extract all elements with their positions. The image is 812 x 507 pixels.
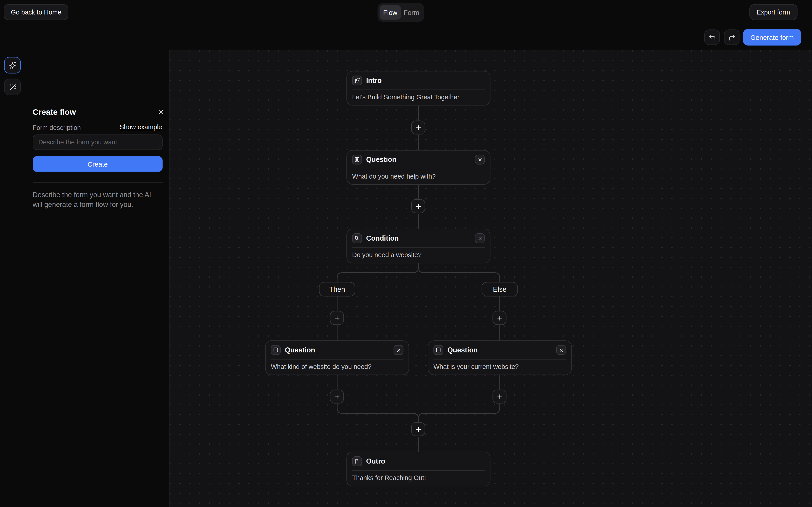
add-node-button[interactable] (493, 311, 507, 325)
form-flow-builder: Go back to Home Flow Form Export form Ge… (0, 0, 812, 507)
node-body-text: What is your current website? (428, 360, 571, 371)
delete-node-button[interactable] (556, 345, 566, 355)
panel-title: Create flow (33, 108, 76, 117)
undo-icon (708, 33, 716, 41)
plus-icon (333, 315, 341, 322)
undo-button[interactable] (704, 30, 720, 45)
close-icon (477, 236, 483, 241)
add-node-button[interactable] (330, 390, 344, 404)
toolbar: Generate form (0, 24, 812, 50)
plus-icon (415, 203, 422, 210)
add-node-button[interactable] (493, 390, 507, 404)
plus-icon (415, 124, 422, 131)
add-node-button[interactable] (330, 311, 344, 325)
node-body-text: Thanks for Reaching Out! (347, 471, 490, 482)
add-node-button[interactable] (411, 422, 425, 436)
add-node-button[interactable] (411, 199, 425, 213)
node-title: Question (285, 346, 390, 354)
flow-node-question-2[interactable]: Question What kind of website do you nee… (265, 340, 409, 375)
close-icon (157, 108, 165, 115)
node-body-text: What do you need help with? (347, 169, 490, 180)
node-title: Question (448, 346, 552, 354)
plus-icon (496, 393, 503, 400)
node-title: Intro (366, 76, 485, 84)
panel-helper-text: Describe the form you want and the AI wi… (33, 190, 163, 210)
tab-flow[interactable]: Flow (379, 5, 401, 20)
form-question-icon (352, 155, 362, 164)
close-icon (477, 157, 483, 162)
flow-node-intro[interactable]: Intro Let's Build Something Great Togeth… (346, 71, 490, 106)
flag-icon (352, 456, 362, 466)
tool-rail (0, 50, 26, 507)
create-flow-panel: Create flow Form description Show exampl… (26, 50, 170, 507)
magic-wand-icon (8, 82, 17, 92)
plus-icon (333, 393, 341, 400)
redo-button[interactable] (724, 30, 740, 45)
form-description-input[interactable] (33, 134, 163, 150)
form-question-icon (271, 345, 281, 355)
flow-canvas[interactable] (170, 50, 812, 507)
go-back-home-button[interactable]: Go back to Home (4, 4, 68, 20)
generate-form-button[interactable]: Generate form (743, 29, 801, 46)
view-switcher: Flow Form (377, 3, 424, 22)
flow-node-outro[interactable]: Outro Thanks for Reaching Out! (346, 452, 490, 486)
delete-node-button[interactable] (475, 233, 485, 243)
delete-node-button[interactable] (475, 155, 485, 164)
export-form-button[interactable]: Export form (749, 4, 797, 20)
close-panel-button[interactable] (156, 107, 166, 117)
ai-create-flow-tool-button[interactable] (4, 57, 20, 73)
redo-icon (728, 33, 735, 41)
show-example-link[interactable]: Show example (120, 124, 162, 131)
rocket-icon (352, 75, 362, 85)
node-body-text: Let's Build Something Great Together (347, 90, 490, 101)
add-node-button[interactable] (411, 121, 425, 135)
branch-label-else: Else (482, 282, 518, 296)
node-body-text: Do you need a website? (347, 248, 490, 259)
plus-icon (415, 426, 422, 433)
branch-label-then: Then (319, 282, 355, 296)
condition-branch-icon (352, 233, 362, 243)
flow-node-condition[interactable]: Condition Do you need a website? (346, 229, 490, 263)
delete-node-button[interactable] (394, 345, 403, 355)
plus-icon (496, 315, 503, 322)
flow-node-question-1[interactable]: Question What do you need help with? (346, 150, 490, 185)
form-description-label: Form description (33, 124, 81, 131)
else-label-text: Else (493, 285, 507, 293)
close-icon (558, 347, 564, 353)
top-bar: Go back to Home Flow Form Export form (0, 0, 812, 24)
sparkles-icon (8, 61, 17, 70)
create-button[interactable]: Create (33, 156, 163, 172)
node-body-text: What kind of website do you need? (266, 360, 409, 371)
magic-wand-tool-button[interactable] (4, 78, 20, 95)
flow-node-question-3[interactable]: Question What is your current website? (428, 340, 572, 375)
then-label-text: Then (329, 285, 345, 293)
panel-divider (33, 182, 163, 183)
tab-form[interactable]: Form (401, 5, 422, 20)
node-title: Outro (366, 457, 485, 465)
close-icon (396, 347, 401, 353)
node-title: Question (366, 156, 471, 163)
form-question-icon (434, 345, 443, 355)
node-title: Condition (366, 234, 471, 242)
